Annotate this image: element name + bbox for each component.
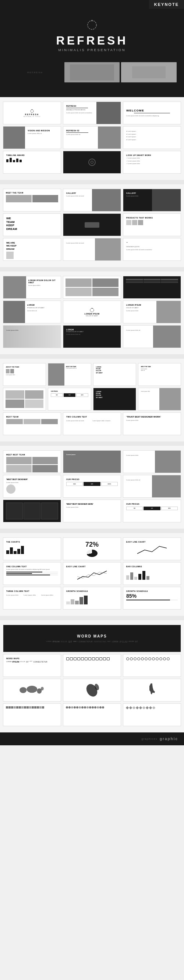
slides-row: ABOUT THE TEAM Lorem ipsum dolor ABOUT O… [3,363,181,386]
japan-map-svg [76,682,107,698]
slides-row: 'MEET BEST DESIGNER HERE' Lorem ipsum do… [3,500,181,522]
icon-sq [19,706,21,708]
slide-text: Lorem ipsum dolor [6,374,43,375]
slide-heading: WETEAMKEEPDREAM [6,217,58,231]
icon-circle [141,657,144,660]
svg-point-7 [27,686,38,693]
slide-heading: WORD MAPS [6,657,58,660]
slides-row: MEET THE TEAM GALLERY Lorem ipsum dolor … [3,189,181,212]
icon-circle-sm [69,706,70,708]
slide-heading: GALLERY [66,192,90,194]
slide-text: Lorem ipsum dolor [141,391,157,392]
svg-point-1 [91,20,93,21]
slide-heading: LOREMIPSUMDOLORSIT AMET [96,366,133,374]
slide-heading: LOOK UP SMART WORK [126,154,178,156]
slide-heading: LOREM IPSUM DOLOR SIT AMET [28,279,58,284]
slide-text: Lorem ipsum dolor sit amet [66,242,92,244]
slide-text: Lorem ipsum dolor sit amet [93,420,118,422]
slides-row: TIMELINE AWARD LOOK UP SMART WORK [3,151,181,173]
slide-thumb-meet-team2: MEET BEST TEAM [3,450,61,473]
slides-row: THE CHARTS 72% EASY LINE CHART [3,538,181,560]
slide-heading: VISION AND MISSION [27,129,58,132]
slides-row: LOREM IPSUM DOLOR SIT AMET Lorem dolor s… [3,301,181,323]
price-col: $16 [51,393,62,397]
icon-circle-sm [84,706,86,708]
icon-circle-sm [71,706,73,708]
hero-section: KEYNOTE REFRESH MINIMALIS PRESENTATION R… [0,0,184,97]
slide-text: Lorem ipsumdolor sit [141,368,178,371]
icon-circle [159,657,162,660]
slide-text: DESIGNER QUOTE [126,246,178,248]
slide-heading: THE CHARTS [6,541,58,543]
center-icon [90,307,94,313]
slide-thumb-lorem-right: LOREM IPSUM DOLOR SIT AMET Lorem ipsum d… [123,301,181,323]
icon-circle [145,657,147,660]
slides-row: 'MEET BEST DESIGNER' Lorem ipsum dolor O… [3,475,181,498]
icon-sq [34,706,37,708]
slide-text: IPSUM DOLOR SIT AMET [27,307,58,309]
slide-thumb-prices3: OUR PRICES $16 $28 $195 [123,500,181,522]
slide-heading: TIMELINE AWARD [6,154,58,156]
slides-row: REFRESH MINIMALIS PRES REFRESH MINIMALIS… [3,102,181,124]
slide-thumb-person: Lorem ipsum dolor sit amet [63,238,121,261]
slide-text: Lorem ipsum dolor sit amet [66,420,92,422]
icon-item [81,657,84,660]
slide-text: Lorem ipsum dolor sit amet consectetur [126,249,178,251]
slide-text: Lorem ipsum dolor [6,594,23,596]
slide-thumb-percent: 72% [63,538,121,560]
icon-sq [37,706,39,708]
svg-point-9 [41,687,44,690]
line-chart-2 [66,569,118,580]
hero-mini-slide: REFRESH [7,62,63,83]
footer: graphicex graphic [0,732,184,745]
slide-heading: OUR PRICES [51,391,88,392]
slide-heading: PRODUCTS THAT WORKS [126,217,178,219]
slide-heading: REFRESH [66,105,93,107]
slide-quote: " [126,241,178,245]
icon-sq [42,706,44,708]
slide-thumb-person-col: LOREM IPSUM DOLOR SIT AMET Lorem dolor s… [3,301,61,323]
slide-thumb-quote: " DESIGNER QUOTE Lorem ipsum dolor sit a… [123,238,181,261]
slide-text: ● Lorem ipsum [126,139,178,141]
hero-mini-slide [64,62,120,83]
icon-circle [152,657,155,660]
icon-item [92,657,95,660]
svg-point-3 [32,109,32,110]
icon-circle-sm [76,706,78,708]
slide-thumb-icon-rows3 [123,703,181,726]
icon-sq [29,706,31,708]
slide-heading: LOREM IPSUM [126,304,154,306]
hero-subtitle: MINIMALIS PRESENTATION [58,48,125,52]
slide-thumb-meet-designer2: 'MEET BEST DESIGNER HERE' Lorem ipsum do… [63,500,121,522]
icon-sq [39,706,42,708]
hero-title: REFRESH [56,34,128,48]
slide-thumb-products: PRODUCTS THAT WORKS [123,213,181,236]
icon-sq [24,706,26,708]
slide-heading: BEST TEAM [6,416,58,418]
icon-item [88,657,91,660]
slide-thumb-lorem-dark2: LOREMIPSUMDOLORSIT AMET [93,388,136,410]
slide-thumb-japan-map [63,679,121,702]
keynote-badge: KEYNOTE [149,0,184,9]
icon-sq [14,706,16,708]
slide-thumb-we-are: WE AREWE KEEPDREAM [3,238,61,261]
slide-thumb-the-charts: THE CHARTS [3,538,61,560]
slide-text: Lorem ipsum dolor [126,310,154,312]
slide-text: ✓ Lorem ipsum dolor [126,160,178,162]
icon-circle [163,657,166,660]
slide-text: Lorem ipsum dolor sit [27,132,58,135]
slide-text: Lorem ipsum dolor sit [66,134,94,136]
percent-value: 72% [85,541,99,549]
slide-thumb-meet-team: MEET THE TEAM [3,189,61,212]
refresh-icon [85,18,99,32]
slide-thumb: ABOUT THE TEAM Lorem ipsumdolor sit [138,363,181,386]
slides-row: Lorem ipsum dolor LOREM IPSUM DOLOR SIT … [3,325,181,348]
slide-thumb-dark-cols [123,276,181,299]
icon-diamond [126,706,129,709]
slide-thumb-icon-rows2 [63,703,121,726]
icon-diamond [136,706,139,709]
slide-thumb-two-column: TWO COLUMN TEXT Lorem ipsum dolor sit am… [63,412,121,435]
slides-section-4: ABOUT THE TEAM Lorem ipsum dolor ABOUT O… [0,359,184,441]
slide-welcome: Welcome [126,109,178,112]
icon-circle-sm [66,706,68,708]
